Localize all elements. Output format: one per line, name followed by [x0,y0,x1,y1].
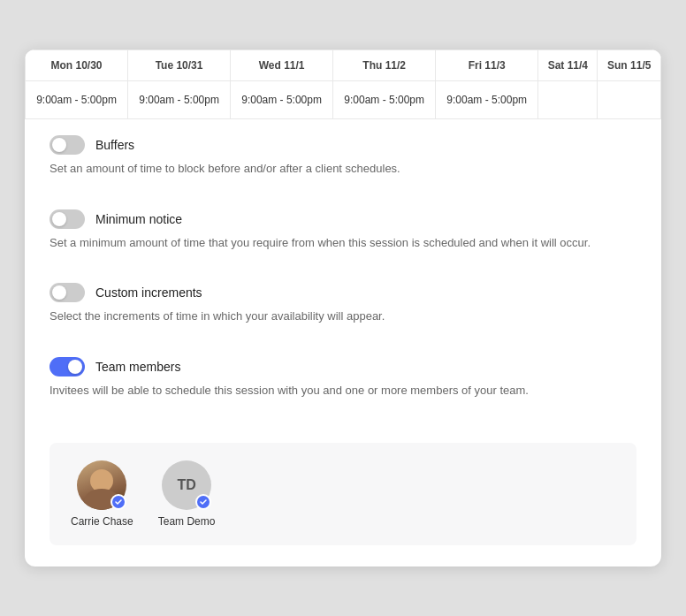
day-header: Mon 10/30 [26,50,128,81]
schedule-cell: 9:00am - 5:00pm [231,81,333,119]
member-name: Carrie Chase [71,515,133,528]
day-header: Thu 11/2 [333,50,436,81]
check-badge [195,494,211,510]
schedule-table: Mon 10/30Tue 10/31Wed 11/1Thu 11/2Fri 11… [25,49,661,119]
setting-section-team-members: Team membersInvitees will be able to sch… [25,341,661,415]
main-card: Mon 10/30Tue 10/31Wed 11/1Thu 11/2Fri 11… [25,49,661,567]
toggle-team-members[interactable] [50,357,85,376]
setting-label-team-members: Team members [95,360,180,374]
member-item[interactable]: TDTeam Demo [158,460,216,528]
setting-desc-minimum-notice: Set a minimum amount of time that you re… [50,234,636,252]
avatar: TD [162,460,211,510]
toggle-buffers[interactable] [50,135,85,155]
day-header: Tue 10/31 [128,50,231,81]
schedule-cell: 9:00am - 5:00pm [26,81,128,119]
check-badge [111,494,126,510]
toggle-minimum-notice[interactable] [50,209,85,229]
setting-section-minimum-notice: Minimum noticeSet a minimum amount of ti… [25,194,661,268]
day-header: Sat 11/4 [538,50,598,81]
member-item[interactable]: Carrie Chase [71,460,133,528]
day-header: Sun 11/5 [598,50,661,81]
members-area: Carrie ChaseTDTeam Demo [50,443,636,545]
setting-section-buffers: BuffersSet an amount of time to block be… [25,119,661,194]
setting-desc-custom-increments: Select the increments of time in which y… [50,308,636,325]
schedule-cell: 9:00am - 5:00pm [436,81,538,119]
round-robin-section [25,414,661,430]
setting-label-minimum-notice: Minimum notice [95,212,182,226]
schedule-cell: 9:00am - 5:00pm [333,81,436,119]
toggle-custom-increments[interactable] [50,283,85,302]
schedule-cell [538,81,598,119]
schedule-cell: 9:00am - 5:00pm [128,81,231,119]
member-name: Team Demo [158,515,216,528]
setting-desc-team-members: Invitees will be able to schedule this s… [50,382,636,399]
setting-label-custom-increments: Custom increments [95,285,202,300]
avatar [77,460,126,510]
setting-desc-buffers: Set an amount of time to block before an… [50,160,636,178]
schedule-cell [598,81,661,119]
day-header: Wed 11/1 [231,50,333,81]
day-header: Fri 11/3 [436,50,538,81]
setting-section-custom-increments: Custom incrementsSelect the increments o… [25,267,661,341]
setting-label-buffers: Buffers [95,138,134,152]
